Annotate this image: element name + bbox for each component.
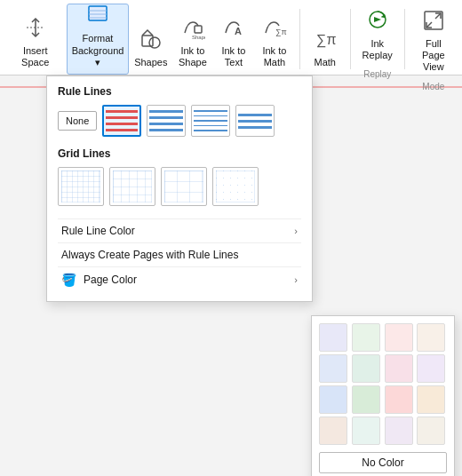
svg-rect-7 [142,36,153,46]
grid-lines-row [58,167,301,206]
shapes-icon [139,27,163,55]
page-color-icon: 🪣 [61,273,76,287]
rule-lines-title: Rule Lines [58,85,301,98]
full-page-view-label: Full PageView [417,38,450,74]
color-swatch-6[interactable] [385,354,413,383]
format-background-label: FormatBackground ▾ [72,33,124,68]
svg-rect-18 [113,171,152,202]
rule-line-none-button[interactable]: None [58,111,97,131]
rule-lines-row: None [58,105,301,137]
color-swatch-5[interactable] [352,354,380,383]
color-swatch-8[interactable] [319,385,347,414]
color-swatch-10[interactable] [385,385,413,414]
color-swatch-0[interactable] [319,323,347,352]
grid-option-large[interactable] [161,167,207,206]
ink-to-shape-label: Ink toShape [179,45,207,68]
color-swatch-3[interactable] [417,323,445,352]
rule-line-color-chevron: › [294,226,298,236]
ink-to-math-label: Ink toMath [262,45,286,68]
grid-option-dot[interactable] [212,167,259,206]
ink-to-text-label: Ink toText [221,45,245,68]
sep1 [299,9,300,69]
color-swatch-7[interactable] [417,354,445,383]
sep2 [350,9,351,69]
always-create-pages-label: Always Create Pages with Rule Lines [61,249,238,261]
page-color-left: 🪣 Page Color [61,273,137,287]
grid-lines-title: Grid Lines [58,147,301,160]
svg-text:A: A [235,26,242,36]
insert-space-button[interactable]: Insert Space [5,4,65,75]
svg-line-16 [426,22,432,28]
grid-option-medium[interactable] [109,167,155,206]
mode-group-label: Mode [422,82,444,94]
ink-replay-button[interactable]: InkReplay [356,4,399,67]
page-color-chevron: › [294,274,298,285]
svg-line-15 [435,13,441,19]
grid-option-small[interactable] [58,167,104,206]
color-swatch-9[interactable] [352,385,380,414]
replay-group: InkReplay Replay [356,4,399,75]
rule-line-option-2[interactable] [147,105,186,137]
color-grid [319,323,447,445]
svg-rect-2 [89,6,107,20]
ink-replay-icon [365,8,390,36]
svg-text:∑π: ∑π [275,28,287,36]
svg-rect-21 [216,171,255,202]
rule-line-color-item[interactable]: Rule Line Color › [58,218,301,242]
color-swatch-12[interactable] [319,416,347,445]
format-background-button[interactable]: FormatBackground ▾ [67,4,128,75]
ink-to-text-icon: A [221,15,246,44]
page-color-item[interactable]: 🪣 Page Color › [58,266,301,292]
replay-group-label: Replay [363,69,391,82]
color-swatch-11[interactable] [417,385,445,414]
ink-replay-label: InkReplay [362,38,393,61]
format-background-icon [85,3,110,31]
sep3 [404,9,405,69]
math-button[interactable]: ∑π Math [306,4,345,75]
ribbon-toolbar: Insert Space FormatBackground ▾ Shapes [0,0,462,75]
rule-line-color-label: Rule Line Color [61,225,135,237]
ink-to-shape-icon: Shape [180,15,205,44]
ink-to-shape-button[interactable]: Shape Ink toShape [173,4,212,75]
page-color-panel: No Color [311,315,455,476]
math-label: Math [315,57,336,68]
insert-space-icon [23,15,48,44]
color-swatch-15[interactable] [417,416,445,445]
page-color-label: Page Color [84,274,137,286]
shapes-label: Shapes [134,57,167,68]
svg-rect-19 [164,171,203,202]
svg-text:Shape: Shape [192,35,205,40]
rule-line-color-label-wrap: Rule Line Color [61,225,135,237]
mode-group: Full PageView Mode [410,4,457,75]
svg-text:∑π: ∑π [316,32,336,48]
no-color-button[interactable]: No Color [319,452,447,473]
full-page-view-icon [421,8,446,36]
color-swatch-14[interactable] [385,416,413,445]
rule-line-option-4[interactable] [235,105,275,137]
rule-line-option-3[interactable] [191,105,230,137]
color-swatch-4[interactable] [319,354,347,383]
rule-line-option-1[interactable] [102,105,141,137]
insert-space-label: Insert Space [12,45,59,68]
ink-to-math-icon: ∑π [262,15,287,44]
color-swatch-13[interactable] [352,416,380,445]
full-page-view-button[interactable]: Full PageView [410,4,457,80]
format-background-dropdown: Rule Lines None [46,75,313,302]
mode-group-btns: Full PageView [410,4,457,80]
color-swatch-1[interactable] [352,323,380,352]
math-icon: ∑π [313,27,338,55]
ink-to-text-button[interactable]: A Ink toText [214,4,253,75]
svg-rect-17 [61,171,100,202]
always-create-pages-item[interactable]: Always Create Pages with Rule Lines [58,242,301,266]
shapes-button[interactable]: Shapes [131,4,171,75]
color-swatch-2[interactable] [385,323,413,352]
svg-rect-8 [195,26,202,33]
replay-group-btns: InkReplay [356,4,399,67]
content-area: Rule Lines None [0,75,462,476]
ink-to-math-button[interactable]: ∑π Ink toMath [255,4,294,75]
